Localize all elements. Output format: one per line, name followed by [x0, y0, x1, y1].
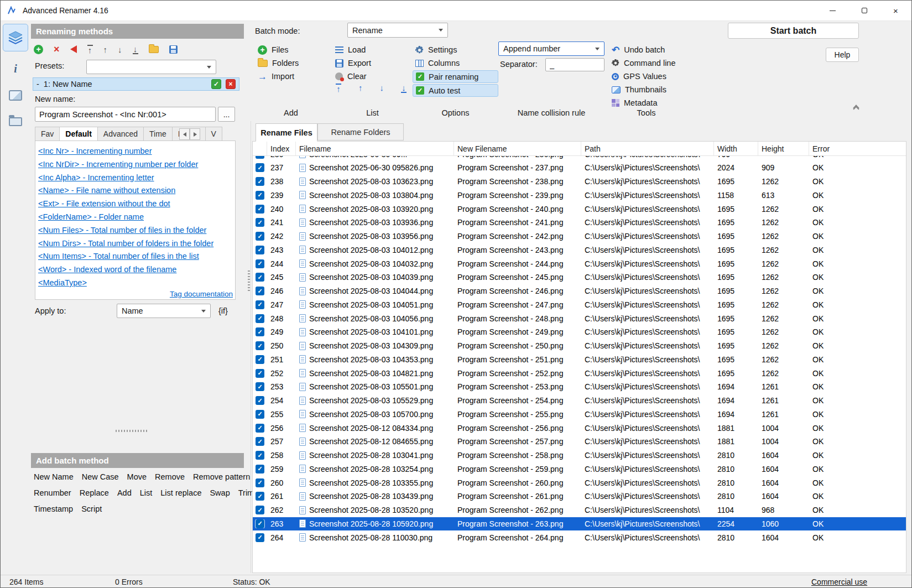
name-collision-dropdown[interactable]: Append number	[498, 41, 604, 56]
table-row[interactable]: ✓ 263 Screenshot 2025-08-28 105920.png P…	[253, 517, 906, 531]
close-button[interactable]: ×	[880, 1, 911, 20]
row-checkbox[interactable]: ✓	[256, 369, 264, 378]
move-file-bottom-icon[interactable]: ↓	[401, 84, 407, 93]
tag-tab-time[interactable]: Time	[144, 127, 173, 141]
table-row[interactable]: ✓ 249 Screenshot 2025-08-03 104101.png P…	[253, 325, 906, 339]
row-checkbox[interactable]: ✓	[256, 259, 264, 268]
method-delete-button[interactable]: ×	[226, 79, 236, 89]
row-checkbox[interactable]: ✓	[256, 478, 264, 487]
row-checkbox[interactable]: ✓	[256, 156, 264, 159]
browse-button[interactable]: ...	[218, 107, 235, 122]
remove-all-methods-icon[interactable]	[70, 45, 77, 53]
import-button[interactable]: → Import	[255, 70, 327, 82]
export-list-button[interactable]: Export	[332, 57, 405, 69]
tag-link[interactable]: <Inc Nr> - Incrementing number	[38, 145, 233, 158]
open-preset-icon[interactable]	[149, 46, 159, 53]
tag-link[interactable]: <Inc Alpha> - Incrementing letter	[38, 171, 233, 185]
presets-dropdown[interactable]	[86, 60, 216, 74]
tab-scroll-left-button[interactable]	[179, 128, 190, 140]
add-method-remove-pattern[interactable]: Remove pattern	[193, 472, 250, 481]
delete-method-icon[interactable]: ×	[54, 44, 60, 55]
tab-rename-folders[interactable]: Rename Folders	[317, 123, 404, 141]
tag-tab-advanced[interactable]: Advanced	[98, 127, 144, 141]
add-method-icon[interactable]: +	[34, 45, 43, 54]
vertical-splitter-handle[interactable]	[248, 270, 250, 293]
table-row[interactable]: ✓ 259 Screenshot 2025-08-28 103254.png P…	[253, 462, 906, 476]
table-row[interactable]: ✓ 262 Screenshot 2025-08-28 103520.png P…	[253, 503, 906, 517]
row-checkbox[interactable]: ✓	[256, 410, 264, 419]
gps-values-button[interactable]: GPS Values	[609, 70, 692, 82]
row-checkbox[interactable]: ✓	[256, 506, 264, 514]
undo-batch-button[interactable]: ↶ Undo batch	[609, 44, 692, 56]
metadata-button[interactable]: Metadata	[609, 97, 692, 109]
thumbnails-button[interactable]: Thumbnails	[609, 84, 692, 96]
row-checkbox[interactable]: ✓	[256, 519, 264, 528]
add-method-add[interactable]: Add	[117, 488, 132, 497]
move-method-down-icon[interactable]: ↓	[118, 45, 122, 54]
row-checkbox[interactable]: ✓	[256, 191, 264, 200]
add-method-trim[interactable]: Trim	[238, 488, 254, 497]
add-files-button[interactable]: + Files	[255, 44, 327, 56]
move-file-top-icon[interactable]: ↑	[336, 84, 341, 93]
clear-list-button[interactable]: Clear	[332, 70, 405, 82]
folder-panel-button[interactable]	[3, 112, 28, 131]
row-checkbox[interactable]: ✓	[256, 465, 264, 473]
tag-tab-fav[interactable]: Fav	[35, 127, 60, 141]
tag-tab-v[interactable]: V	[206, 127, 222, 141]
header-new-filename[interactable]: New Filename	[454, 142, 581, 155]
table-row[interactable]: ✓ 258 Screenshot 2025-08-28 103041.png P…	[253, 449, 906, 462]
move-method-up-icon[interactable]: ↑	[103, 45, 108, 54]
row-checkbox[interactable]: ✓	[256, 492, 264, 501]
save-preset-icon[interactable]	[169, 45, 178, 54]
add-method-replace[interactable]: Replace	[80, 488, 109, 497]
add-method-new-case[interactable]: New Case	[82, 472, 119, 481]
add-method-renumber[interactable]: Renumber	[34, 488, 71, 497]
row-checkbox[interactable]: ✓	[256, 327, 264, 336]
row-checkbox[interactable]: ✓	[256, 533, 264, 542]
add-method-list-replace[interactable]: List replace	[160, 488, 201, 497]
row-checkbox[interactable]: ✓	[256, 437, 264, 446]
batch-mode-dropdown[interactable]: Rename	[347, 23, 448, 38]
header-path[interactable]: Path	[581, 142, 714, 155]
table-row[interactable]: ✓ 255 Screenshot 2025-08-03 105700.png P…	[253, 408, 906, 422]
tag-link[interactable]: <MediaType>	[38, 277, 233, 290]
table-row[interactable]: ✓ 241 Screenshot 2025-08-03 103936.png P…	[253, 216, 906, 230]
row-checkbox[interactable]: ✓	[256, 300, 264, 309]
method-item-new-name[interactable]: - 1: New Name ✓ ×	[33, 77, 239, 91]
tag-link[interactable]: <Num Items> - Total number of files in t…	[38, 250, 233, 263]
table-row[interactable]: ✓ 247 Screenshot 2025-08-03 104051.png P…	[253, 298, 906, 312]
table-row[interactable]: ✓ 236 Screenshot 2025-06-30 09... Progra…	[253, 156, 906, 161]
tag-link[interactable]: <FolderName> - Folder name	[38, 211, 233, 224]
add-method-move[interactable]: Move	[127, 472, 147, 481]
header-index[interactable]: Index	[267, 142, 296, 155]
sidebar-methods-button[interactable]	[3, 24, 28, 51]
table-row[interactable]: ✓ 243 Screenshot 2025-08-03 104012.png P…	[253, 243, 906, 257]
if-label[interactable]: {if}	[218, 306, 228, 315]
move-file-down-icon[interactable]: ↓	[380, 84, 384, 93]
load-list-button[interactable]: Load	[332, 44, 405, 56]
table-row[interactable]: ✓ 260 Screenshot 2025-08-28 103355.png P…	[253, 476, 906, 490]
method-collapse-glyph[interactable]: -	[37, 80, 39, 89]
horizontal-splitter-handle[interactable]	[116, 430, 149, 432]
table-row[interactable]: ✓ 250 Screenshot 2025-08-03 104309.png P…	[253, 339, 906, 353]
tag-link[interactable]: <Num Dirs> - Total number of folders in …	[38, 237, 233, 251]
table-row[interactable]: ✓ 238 Screenshot 2025-08-03 103623.png P…	[253, 175, 906, 189]
panel-splitter[interactable]	[251, 121, 251, 573]
row-checkbox[interactable]: ✓	[256, 451, 264, 460]
row-checkbox[interactable]: ✓	[256, 163, 264, 172]
tag-tab-default[interactable]: Default	[60, 127, 97, 141]
help-button[interactable]: Help	[826, 48, 859, 62]
row-checkbox[interactable]: ✓	[256, 218, 264, 227]
move-method-top-icon[interactable]: ↑	[87, 45, 93, 54]
add-folders-button[interactable]: Folders	[255, 57, 327, 69]
table-row[interactable]: ✓ 251 Screenshot 2025-08-03 104353.png P…	[253, 353, 906, 367]
table-row[interactable]: ✓ 246 Screenshot 2025-08-03 104044.png P…	[253, 284, 906, 298]
row-checkbox[interactable]: ✓	[256, 382, 264, 391]
tag-link[interactable]: <Word> - Indexed word of the filename	[38, 263, 233, 277]
add-method-script[interactable]: Script	[81, 504, 102, 513]
add-method-new-name[interactable]: New Name	[34, 472, 74, 481]
row-checkbox[interactable]: ✓	[256, 355, 264, 364]
add-method-remove[interactable]: Remove	[155, 472, 185, 481]
row-checkbox[interactable]: ✓	[256, 205, 264, 214]
table-row[interactable]: ✓ 245 Screenshot 2025-08-03 104039.png P…	[253, 270, 906, 284]
